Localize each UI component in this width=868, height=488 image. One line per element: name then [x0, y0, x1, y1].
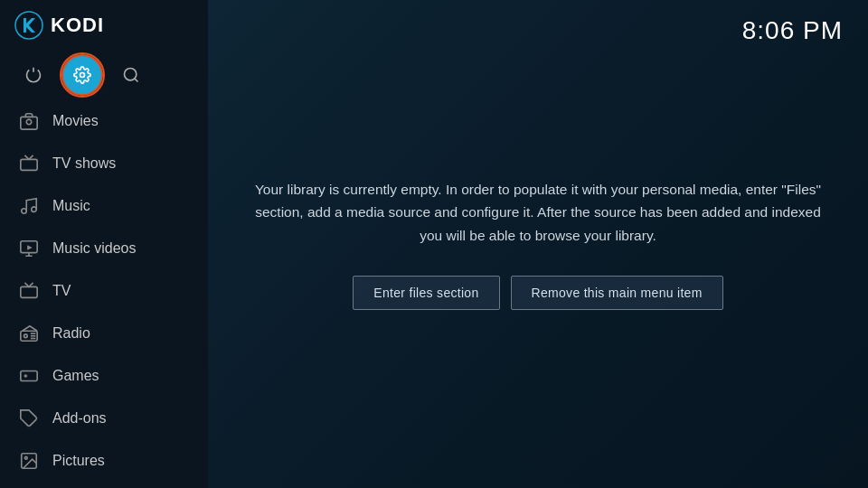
games-icon — [18, 365, 40, 387]
sidebar: KODI — [0, 0, 208, 488]
radio-icon — [18, 323, 40, 344]
pictures-label: Pictures — [52, 453, 105, 469]
movies-icon — [18, 110, 40, 132]
movies-label: Movies — [52, 113, 99, 129]
music-icon — [18, 195, 40, 217]
app-title: KODI — [51, 14, 104, 37]
games-label: Games — [52, 368, 99, 384]
sidebar-item-tv[interactable]: TV — [0, 269, 208, 312]
tv-shows-label: TV shows — [52, 155, 116, 172]
kodi-logo-icon — [14, 11, 43, 40]
radio-label: Radio — [52, 325, 90, 342]
sidebar-item-movies[interactable]: Movies — [0, 99, 208, 142]
sidebar-item-radio[interactable]: Radio — [0, 312, 208, 354]
remove-menu-item-button[interactable]: Remove this main menu item — [511, 276, 723, 310]
library-message: Your library is currently empty. In orde… — [249, 178, 827, 248]
svg-point-9 — [32, 206, 37, 211]
music-videos-icon — [18, 238, 40, 259]
svg-rect-7 — [21, 159, 37, 170]
svg-marker-11 — [27, 245, 33, 250]
sidebar-item-music[interactable]: Music — [0, 184, 208, 227]
add-ons-label: Add-ons — [52, 410, 107, 427]
action-buttons: Enter files section Remove this main men… — [353, 276, 722, 310]
sidebar-item-add-ons[interactable]: Add-ons — [0, 397, 208, 439]
svg-point-21 — [24, 456, 27, 459]
music-label: Music — [52, 198, 90, 214]
main-content: 8:06 PM Your library is currently empty.… — [208, 0, 868, 488]
svg-line-4 — [135, 78, 138, 81]
tv-icon — [18, 280, 40, 302]
svg-point-3 — [125, 68, 137, 80]
settings-button[interactable] — [63, 56, 101, 94]
music-videos-label: Music videos — [52, 240, 136, 257]
kodi-logo: KODI — [14, 11, 104, 40]
sidebar-header: KODI — [0, 0, 208, 50]
search-button[interactable] — [112, 56, 150, 94]
tv-label: TV — [52, 283, 71, 299]
enter-files-button[interactable]: Enter files section — [353, 276, 499, 310]
svg-point-8 — [22, 208, 27, 213]
sidebar-item-music-videos[interactable]: Music videos — [0, 227, 208, 269]
sidebar-controls — [0, 50, 208, 99]
svg-point-14 — [24, 333, 28, 337]
svg-point-6 — [26, 119, 32, 125]
sidebar-item-games[interactable]: Games — [0, 354, 208, 397]
svg-marker-1 — [24, 18, 35, 33]
sidebar-item-pictures[interactable]: Pictures — [0, 439, 208, 482]
svg-rect-12 — [21, 286, 37, 297]
sidebar-nav: Movies TV shows Music — [0, 99, 208, 488]
power-button[interactable] — [14, 56, 52, 94]
time-display: 8:06 PM — [742, 16, 843, 45]
tv-shows-icon — [18, 153, 40, 174]
svg-rect-18 — [21, 371, 37, 380]
sidebar-item-tv-shows[interactable]: TV shows — [0, 142, 208, 184]
pictures-icon — [18, 450, 40, 472]
add-ons-icon — [18, 408, 40, 429]
svg-point-2 — [80, 72, 85, 77]
